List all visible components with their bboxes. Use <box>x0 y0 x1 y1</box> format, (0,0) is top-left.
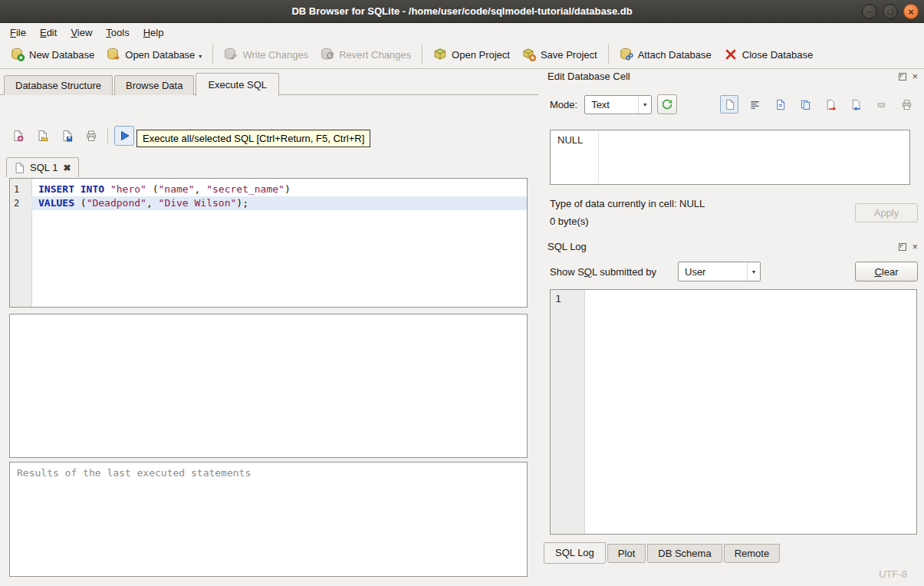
combo-arrow-icon: ▼ <box>747 262 760 281</box>
edit-cell-title: Edit Database Cell <box>547 71 899 82</box>
text-view-button[interactable] <box>720 95 738 114</box>
cell-editor[interactable]: NULL <box>550 130 910 185</box>
write-changes-button: Write Changes <box>218 44 314 64</box>
main-toolbar: New Database Open Database ▾ Write Chang… <box>0 41 924 69</box>
menu-view[interactable]: View <box>64 25 99 40</box>
set-null-button[interactable] <box>872 95 890 114</box>
cell-type-info: Type of data currently in cell: NULL <box>550 198 705 209</box>
sql-log-dock-header: SQL Log × <box>547 241 918 252</box>
dock-tab-db-schema[interactable]: DB Schema <box>647 544 722 563</box>
print-cell-icon <box>901 99 912 110</box>
open-database-dropdown-icon[interactable]: ▾ <box>199 53 202 61</box>
word-wrap-cell-icon <box>749 99 761 110</box>
tab-database-structure[interactable]: Database Structure <box>4 75 113 95</box>
copy-icon <box>800 99 811 110</box>
open-project-icon <box>433 48 447 61</box>
close-window-button[interactable]: × <box>903 4 919 19</box>
toolbar-separator <box>422 44 423 64</box>
minimize-button[interactable]: − <box>862 4 877 19</box>
cell-editor-toolbar <box>720 95 916 114</box>
mode-combobox[interactable]: Text ▼ <box>584 95 652 114</box>
sql-tab[interactable]: SQL 1 ✖ <box>6 157 79 177</box>
submitted-by-combobox[interactable]: User ▼ <box>678 262 761 281</box>
new-tab-button[interactable] <box>8 126 28 146</box>
float-dock-icon[interactable] <box>899 243 906 251</box>
print-icon <box>85 130 97 142</box>
code-text: VALUES ("Deadpond", "Dive Wilson"); <box>31 196 527 210</box>
new-tab-icon <box>12 130 24 142</box>
dock-tab-remote[interactable]: Remote <box>724 544 781 563</box>
float-dock-icon[interactable] <box>899 73 906 81</box>
save-sql-file-button[interactable] <box>57 126 77 146</box>
toolbar-separator <box>212 44 213 64</box>
editor-line[interactable]: 1INSERT INTO "hero" ("name", "secret_nam… <box>10 183 527 196</box>
menu-help[interactable]: Help <box>136 25 171 40</box>
sql-document-icon <box>15 163 25 173</box>
sql-log-filter-label: Show SQL submitted by <box>550 266 656 278</box>
sql-editor[interactable]: 1INSERT INTO "hero" ("name", "secret_nam… <box>9 178 528 308</box>
clear-log-button[interactable]: Clear <box>855 262 918 281</box>
open-project-button[interactable]: Open Project <box>427 44 516 64</box>
attach-database-button[interactable]: Attach Database <box>613 44 718 64</box>
close-database-icon <box>724 48 738 61</box>
print-button[interactable] <box>81 126 101 146</box>
dock-tab-plot[interactable]: Plot <box>607 544 646 563</box>
execute-sql-pane: ab SQL 1 ✖ 1INSERT INTO "hero" ("name", … <box>0 94 538 586</box>
close-database-button[interactable]: Close Database <box>718 44 820 64</box>
tooltip: Execute all/selected SQL [Ctrl+Return, F… <box>136 130 370 147</box>
revert-changes-button: Revert Changes <box>314 44 417 64</box>
window-controls: − □ × <box>862 4 919 19</box>
execute-all-button[interactable] <box>114 126 134 146</box>
mode-combobox-value: Text <box>591 99 610 110</box>
export-cell-button[interactable] <box>821 95 840 114</box>
write-changes-label: Write Changes <box>242 49 308 61</box>
main-tab-bar: Database Structure Browse Data Execute S… <box>4 73 281 95</box>
submitted-by-value: User <box>685 266 705 278</box>
results-grid[interactable] <box>9 314 528 458</box>
close-dock-icon[interactable]: × <box>912 243 918 251</box>
word-wrap-cell-button[interactable] <box>745 95 764 114</box>
menu-tools[interactable]: Tools <box>99 25 136 40</box>
mode-label: Mode: <box>550 99 577 110</box>
editor-line[interactable]: 2VALUES ("Deadpond", "Dive Wilson"); <box>10 196 527 210</box>
line-number: 1 <box>10 183 31 196</box>
dock-tab-sql-log[interactable]: SQL Log <box>544 542 606 564</box>
close-tab-icon[interactable]: ✖ <box>63 163 71 173</box>
sql-log-view[interactable]: 1 <box>550 289 917 535</box>
open-database-button[interactable]: Open Database ▾ <box>100 44 208 64</box>
gutter-divider <box>584 290 585 534</box>
tab-execute-sql[interactable]: Execute SQL <box>196 73 279 96</box>
tab-browse-data[interactable]: Browse Data <box>114 75 194 95</box>
open-database-label: Open Database <box>125 49 195 61</box>
code-text: INSERT INTO "hero" ("name", "secret_name… <box>31 183 527 196</box>
menu-file[interactable]: File <box>3 25 33 40</box>
titlebar[interactable]: DB Browser for SQLite - /home/user/code/… <box>0 0 924 23</box>
execution-log[interactable]: Results of the last executed statements <box>9 462 528 577</box>
import-cell-button[interactable] <box>847 95 865 114</box>
text-view-icon <box>724 99 735 110</box>
sql-log-title: SQL Log <box>547 241 899 252</box>
auto-switch-mode-icon <box>661 98 673 110</box>
close-dock-icon[interactable]: × <box>912 73 918 81</box>
menu-edit[interactable]: Edit <box>33 25 64 40</box>
write-changes-icon <box>224 48 238 61</box>
combo-arrow-icon: ▼ <box>638 96 651 114</box>
apply-button: Apply <box>855 203 918 222</box>
maximize-button[interactable]: □ <box>883 4 898 19</box>
copy-cell-button[interactable] <box>796 95 814 114</box>
open-cell-file-button[interactable] <box>771 95 789 114</box>
new-database-label: New Database <box>29 49 94 61</box>
close-database-label: Close Database <box>742 49 814 61</box>
attach-database-label: Attach Database <box>638 49 712 61</box>
print-cell-button[interactable] <box>897 95 916 114</box>
new-database-button[interactable]: New Database <box>5 44 100 64</box>
export-icon <box>825 99 837 110</box>
save-project-button[interactable]: Save Project <box>516 44 603 64</box>
save-sql-file-icon <box>61 130 73 142</box>
save-project-label: Save Project <box>541 49 597 61</box>
save-project-icon <box>522 48 536 61</box>
encoding-indicator: UTF-8 <box>879 568 907 580</box>
open-sql-file-button[interactable] <box>32 126 52 146</box>
auto-switch-mode-button[interactable] <box>657 94 677 114</box>
right-panel: Edit Database Cell × Mode: Text ▼ <box>541 69 924 586</box>
